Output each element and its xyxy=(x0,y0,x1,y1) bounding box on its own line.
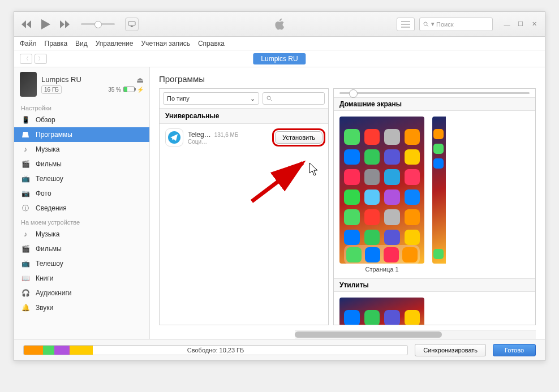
search-input[interactable]: ▾ Поиск xyxy=(419,18,493,31)
sort-select[interactable]: По типу⌄ xyxy=(163,92,259,105)
sidebar-item-overview[interactable]: 📱Обзор xyxy=(14,113,149,127)
done-button[interactable]: Готово xyxy=(493,344,536,356)
utilities-label: Утилиты xyxy=(334,279,535,292)
sidebar-item-device-tvshows[interactable]: 📺Телешоу xyxy=(14,256,149,271)
eject-button[interactable]: ⏏ xyxy=(136,75,144,84)
maximize-button[interactable]: ☐ xyxy=(514,19,527,29)
svg-rect-0 xyxy=(128,21,135,25)
sidebar-item-tvshows[interactable]: 📺Телешоу xyxy=(14,171,149,186)
sidebar: Lumpics RU ⏏ 16 ГБ 35 % ⚡ Настройки 📱Обз… xyxy=(14,67,150,339)
sidebar-item-movies[interactable]: 🎬Фильмы xyxy=(14,157,149,171)
menu-account[interactable]: Учетная запись xyxy=(141,40,190,48)
sidebar-item-photos[interactable]: 📷Фото xyxy=(14,186,149,201)
main-content: Lumpics RU ⏏ 16 ГБ 35 % ⚡ Настройки 📱Обз… xyxy=(14,67,545,339)
install-button[interactable]: Установить xyxy=(275,131,322,144)
toolbar-right: ▾ Поиск — ☐ ✕ xyxy=(397,18,540,31)
minimize-button[interactable]: — xyxy=(501,19,513,29)
sidebar-item-device-books[interactable]: 📖Книги xyxy=(14,271,149,286)
content-title: Программы xyxy=(150,67,545,88)
sidebar-item-music[interactable]: ♪Музыка xyxy=(14,142,149,157)
music-icon: ♪ xyxy=(21,230,30,239)
movies-icon: 🎬 xyxy=(21,160,30,169)
search-placeholder: Поиск xyxy=(436,21,453,28)
storage-free-text: Свободно: 10,23 ГБ xyxy=(187,347,244,354)
audiobook-icon: 🎧 xyxy=(21,288,30,298)
screens-panel: Домашние экраны Страница 1 xyxy=(333,88,536,325)
homescreen-page-1[interactable]: Страница 1 xyxy=(339,117,424,273)
utilities-folder[interactable] xyxy=(339,298,424,325)
device-thumbnail-icon xyxy=(20,72,37,97)
airplay-button[interactable] xyxy=(125,18,139,31)
sidebar-item-device-movies[interactable]: 🎬Фильмы xyxy=(14,242,149,256)
app-row: Teleg… 131,6 МБ Соци… Установить xyxy=(160,124,328,151)
movies-icon: 🎬 xyxy=(21,244,30,253)
sidebar-section-ondevice: На моем устройстве xyxy=(14,216,149,227)
svg-point-4 xyxy=(424,22,427,25)
apple-logo-icon xyxy=(274,18,285,31)
top-toolbar: ▾ Поиск — ☐ ✕ xyxy=(14,12,545,37)
zoom-slider[interactable] xyxy=(339,92,530,94)
telegram-icon xyxy=(165,128,183,147)
device-storage: 16 ГБ xyxy=(41,85,62,94)
svg-point-6 xyxy=(267,96,270,100)
playback-controls xyxy=(19,16,139,32)
sidebar-item-device-music[interactable]: ♪Музыка xyxy=(14,227,149,242)
app-name: Teleg… xyxy=(188,131,211,139)
homescreen-page-2[interactable] xyxy=(432,117,446,264)
filter-input[interactable] xyxy=(263,92,325,105)
category-header: Универсальные xyxy=(160,109,328,124)
svg-line-7 xyxy=(270,100,272,101)
photo-icon: 📷 xyxy=(21,189,30,198)
play-button[interactable] xyxy=(38,16,54,32)
close-button[interactable]: ✕ xyxy=(528,19,540,29)
device-name: Lumpics RU xyxy=(41,75,81,84)
music-icon: ♪ xyxy=(21,145,30,154)
device-icon: 📱 xyxy=(21,115,30,124)
apps-panel: По типу⌄ Универсальные Teleg… xyxy=(159,88,329,325)
menu-controls[interactable]: Управление xyxy=(96,40,134,48)
itunes-window: ▾ Поиск — ☐ ✕ Файл Правка Вид Управление… xyxy=(14,11,545,361)
sync-button[interactable]: Синхронизировать xyxy=(415,344,486,356)
sidebar-item-device-tones[interactable]: 🔔Звуки xyxy=(14,300,149,315)
svg-line-5 xyxy=(427,25,429,27)
storage-bar: Свободно: 10,23 ГБ xyxy=(23,345,408,355)
content-area: Программы По типу⌄ Универсальные xyxy=(150,67,545,339)
page-caption: Страница 1 xyxy=(365,266,398,273)
next-button[interactable] xyxy=(57,16,73,32)
info-icon: ⓘ xyxy=(21,204,30,213)
book-icon: 📖 xyxy=(21,274,30,283)
previous-button[interactable] xyxy=(19,16,35,32)
volume-slider[interactable] xyxy=(81,23,115,25)
menu-help[interactable]: Справка xyxy=(198,40,225,48)
list-view-button[interactable] xyxy=(397,18,415,31)
device-tab[interactable]: Lumpics RU xyxy=(253,53,306,64)
device-bar: 〈 〉 Lumpics RU xyxy=(14,50,545,67)
homescreens-label: Домашние экраны xyxy=(334,98,535,111)
nav-back-button[interactable]: 〈 xyxy=(20,54,32,64)
sidebar-section-settings: Настройки xyxy=(14,101,149,113)
battery-icon xyxy=(123,87,135,92)
menu-view[interactable]: Вид xyxy=(75,40,88,48)
tv-icon: 📺 xyxy=(21,174,30,183)
footer: Свободно: 10,23 ГБ Синхронизировать Гото… xyxy=(14,339,545,360)
device-header: Lumpics RU ⏏ 16 ГБ 35 % ⚡ xyxy=(14,67,149,101)
apps-icon xyxy=(21,130,30,139)
sidebar-item-device-audiobooks[interactable]: 🎧Аудиокниги xyxy=(14,286,149,300)
device-battery: 35 % ⚡ xyxy=(108,87,144,93)
sidebar-item-apps[interactable]: Программы xyxy=(14,127,149,142)
nav-forward-button[interactable]: 〉 xyxy=(35,54,47,64)
menu-bar: Файл Правка Вид Управление Учетная запис… xyxy=(14,37,545,50)
app-size: 131,6 МБ xyxy=(214,132,239,138)
menu-edit[interactable]: Правка xyxy=(45,40,68,48)
app-category: Соци… xyxy=(188,139,207,145)
bell-icon: 🔔 xyxy=(21,303,30,312)
menu-file[interactable]: Файл xyxy=(20,40,37,48)
sidebar-item-info[interactable]: ⓘСведения xyxy=(14,201,149,216)
horizontal-scrollbar[interactable] xyxy=(295,330,536,339)
window-controls: — ☐ ✕ xyxy=(501,19,540,29)
tv-icon: 📺 xyxy=(21,259,30,268)
